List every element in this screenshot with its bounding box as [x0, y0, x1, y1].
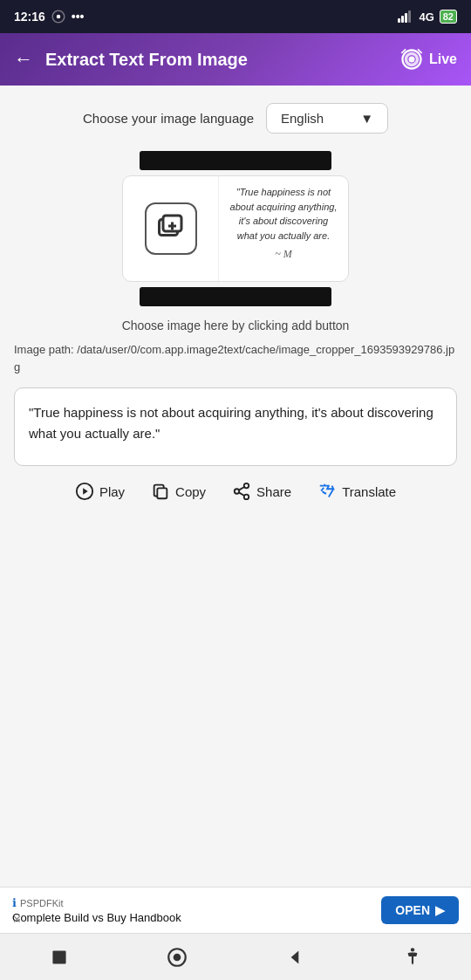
- live-button[interactable]: Live: [399, 47, 457, 72]
- live-label: Live: [429, 51, 457, 67]
- action-row: Play Copy Share: [14, 482, 457, 501]
- ad-open-arrow: ▶: [435, 903, 445, 917]
- ad-title: Complete Build vs Buy Handbook: [12, 911, 371, 924]
- svg-point-5: [408, 57, 414, 63]
- time-display: 12:16: [14, 10, 45, 24]
- ad-info-icon: ℹ: [12, 896, 17, 909]
- status-left: 12:16 •••: [14, 9, 85, 24]
- svg-line-19: [239, 487, 244, 490]
- ad-banner: ℹ PSPDFKit Complete Build vs Buy Handboo…: [0, 887, 471, 933]
- home-nav-button[interactable]: [159, 939, 195, 976]
- camera-icon: [399, 47, 424, 72]
- stop-icon: [48, 946, 71, 969]
- add-photo-box[interactable]: [123, 176, 219, 281]
- accessibility-nav-button[interactable]: [394, 939, 431, 976]
- accessibility-icon: [401, 946, 424, 969]
- copy-icon: [151, 482, 170, 501]
- svg-rect-3: [405, 13, 407, 23]
- svg-point-24: [410, 948, 413, 951]
- back-button[interactable]: ←: [14, 48, 33, 71]
- extracted-text-content: "True happiness is not about acquiring a…: [29, 405, 433, 441]
- ad-info: ℹ PSPDFKit Complete Build vs Buy Handboo…: [12, 896, 371, 924]
- path-value: /data/user/0/com.app.image2text/cache/im…: [14, 343, 454, 373]
- copy-label: Copy: [175, 484, 206, 499]
- add-photo-icon: [145, 202, 197, 255]
- translate-label: Translate: [342, 484, 396, 499]
- battery-indicator: 82: [440, 10, 457, 24]
- language-label: Choose your image language: [83, 111, 254, 126]
- back-icon: [283, 946, 306, 969]
- bottom-nav-bar: [0, 933, 471, 980]
- play-icon: [75, 482, 94, 501]
- share-button[interactable]: Share: [232, 482, 291, 501]
- network-label: 4G: [419, 10, 433, 24]
- ad-open-button[interactable]: OPEN ▶: [381, 896, 459, 924]
- redacted-bar-bottom: [140, 287, 331, 306]
- image-card[interactable]: "True happiness is not about acquiring a…: [122, 175, 349, 282]
- svg-rect-14: [157, 488, 167, 498]
- app-bar: ← Extract Text From Image Live: [0, 33, 471, 86]
- wifi-icon: [51, 9, 66, 24]
- signal-icon: [398, 10, 413, 23]
- svg-point-17: [244, 495, 249, 500]
- svg-marker-13: [83, 488, 88, 494]
- ad-brand: ℹ PSPDFKit: [12, 896, 371, 909]
- language-dropdown[interactable]: English ▼: [266, 103, 388, 134]
- add-image-icon: [155, 213, 187, 244]
- svg-point-16: [235, 489, 240, 494]
- share-label: Share: [256, 484, 291, 499]
- play-button[interactable]: Play: [75, 482, 125, 501]
- svg-line-18: [239, 492, 244, 496]
- image-path: Image path: /data/user/0/com.app.image2t…: [14, 341, 457, 375]
- language-selected: English: [281, 111, 324, 126]
- share-icon: [232, 482, 251, 501]
- svg-marker-23: [290, 950, 298, 963]
- extracted-text-box: "True happiness is not about acquiring a…: [14, 387, 457, 466]
- main-content: Choose your image language English ▼: [0, 86, 471, 980]
- translate-button[interactable]: Translate: [317, 482, 396, 501]
- hint-text: Choose image here by clicking add button: [122, 319, 350, 332]
- svg-point-22: [173, 953, 181, 961]
- home-icon: [166, 946, 188, 969]
- quote-preview: "True happiness is not about acquiring a…: [219, 176, 348, 281]
- stop-nav-button[interactable]: [41, 939, 78, 976]
- ad-close-button[interactable]: ✕: [12, 913, 22, 926]
- play-label: Play: [99, 484, 125, 499]
- dropdown-arrow-icon: ▼: [360, 111, 373, 126]
- status-bar: 12:16 ••• 4G 82: [0, 0, 471, 33]
- svg-point-0: [57, 15, 61, 19]
- redacted-bar-top: [140, 151, 331, 170]
- page-title: Extract Text From Image: [45, 50, 387, 70]
- image-preview-area: "True happiness is not about acquiring a…: [14, 151, 457, 306]
- svg-point-15: [244, 483, 249, 489]
- svg-rect-20: [52, 950, 65, 963]
- quote-preview-text: "True happiness is not about acquiring a…: [230, 187, 338, 241]
- copy-button[interactable]: Copy: [151, 482, 206, 501]
- translate-icon: [317, 482, 337, 501]
- language-row: Choose your image language English ▼: [14, 103, 457, 134]
- dots-indicator: •••: [72, 10, 85, 24]
- svg-rect-2: [401, 16, 404, 23]
- quote-signature: ~ M: [228, 246, 339, 262]
- path-label: Image path:: [14, 343, 74, 356]
- svg-rect-1: [398, 18, 400, 23]
- svg-rect-4: [408, 10, 411, 23]
- status-right: 4G 82: [398, 10, 457, 24]
- back-nav-button[interactable]: [276, 939, 313, 976]
